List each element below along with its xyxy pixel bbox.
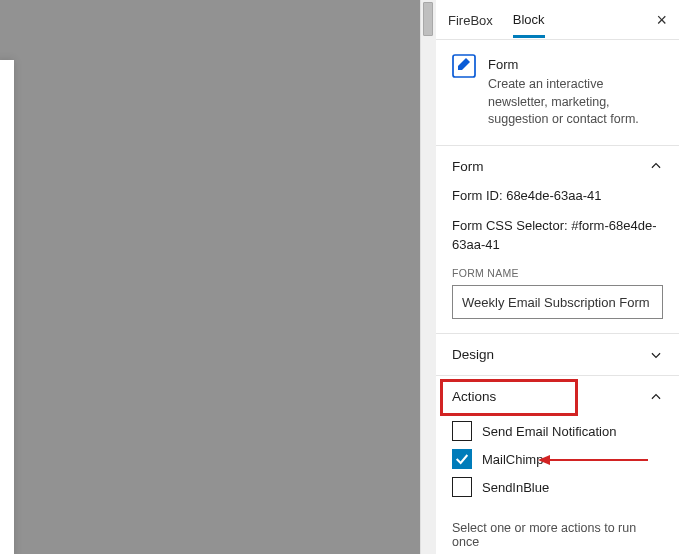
checkbox[interactable] — [452, 421, 472, 441]
block-title: Form — [488, 57, 663, 72]
form-id-text: Form ID: 68e4de-63aa-41 — [452, 187, 663, 206]
action-label: MailChimp — [482, 452, 543, 467]
section-design-header[interactable]: Design — [436, 334, 679, 375]
form-icon — [452, 54, 476, 78]
action-option[interactable]: SendInBlue — [452, 473, 663, 501]
block-description: Create an interactive newsletter, market… — [488, 76, 663, 129]
section-actions-label: Actions — [452, 389, 496, 404]
canvas-paper — [0, 60, 14, 554]
action-option[interactable]: Send Email Notification — [452, 417, 663, 445]
form-name-input[interactable] — [452, 285, 663, 319]
action-label: Send Email Notification — [482, 424, 616, 439]
scrollbar-thumb[interactable] — [423, 2, 433, 36]
section-form-label: Form — [452, 159, 484, 174]
section-design-label: Design — [452, 347, 494, 362]
checkbox[interactable] — [452, 449, 472, 469]
chevron-up-icon — [649, 390, 663, 404]
actions-helper-text: Select one or more actions to run once — [436, 515, 679, 549]
close-icon[interactable]: × — [656, 11, 667, 29]
action-option[interactable]: MailChimp — [452, 445, 663, 473]
tab-block[interactable]: Block — [513, 2, 545, 38]
form-css-selector-text: Form CSS Selector: #form-68e4de-63aa-41 — [452, 217, 663, 255]
form-name-label: FORM NAME — [452, 267, 663, 279]
section-form-header[interactable]: Form — [436, 146, 679, 187]
inspector-panel: FireBox Block × Form Create an interacti… — [436, 0, 679, 554]
action-label: SendInBlue — [482, 480, 549, 495]
checkbox[interactable] — [452, 477, 472, 497]
editor-canvas — [0, 0, 420, 554]
scrollbar-track[interactable] — [420, 0, 436, 554]
chevron-down-icon — [649, 348, 663, 362]
section-actions-header[interactable]: Actions — [436, 376, 679, 417]
tab-firebox[interactable]: FireBox — [448, 3, 493, 36]
chevron-up-icon — [649, 159, 663, 173]
